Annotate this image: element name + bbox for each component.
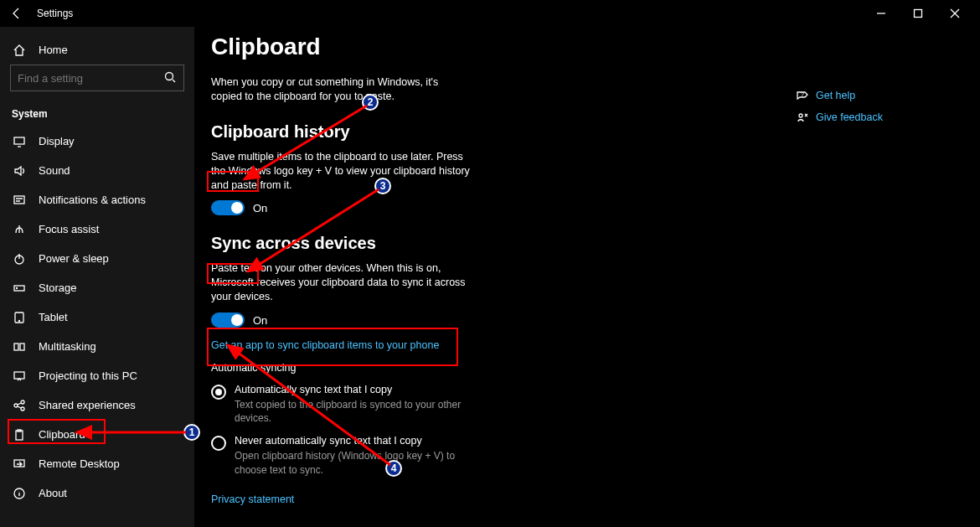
sidebar-home-label: Home xyxy=(39,44,68,56)
feedback-icon xyxy=(796,111,809,124)
sound-icon xyxy=(12,163,27,178)
sidebar-item-shared-experiences[interactable]: Shared experiences xyxy=(0,390,194,420)
sidebar-item-remote-desktop[interactable]: Remote Desktop xyxy=(0,449,194,478)
sidebar-item-label: Shared experiences xyxy=(39,399,136,411)
sidebar-item-notifications[interactable]: Notifications & actions xyxy=(0,185,194,214)
svg-point-20 xyxy=(799,114,802,117)
projecting-icon xyxy=(12,369,27,384)
give-feedback-link[interactable]: Give feedback xyxy=(796,111,913,124)
storage-icon xyxy=(12,281,27,296)
svg-rect-15 xyxy=(16,431,23,440)
help-icon: ? xyxy=(796,89,809,102)
about-icon xyxy=(12,486,27,501)
sync-desc: Paste text on your other devices. When t… xyxy=(211,261,471,304)
search-icon xyxy=(163,70,177,86)
multitasking-icon xyxy=(12,339,27,354)
shared-icon xyxy=(12,398,27,413)
sidebar-item-tablet[interactable]: Tablet xyxy=(0,302,194,332)
titlebar: Settings xyxy=(0,0,980,27)
radio-icon xyxy=(211,436,226,451)
radio-label: Never automatically sync text that I cop… xyxy=(235,435,486,447)
sidebar-item-display[interactable]: Display xyxy=(0,127,194,156)
sidebar-item-label: Display xyxy=(39,135,75,147)
clipboard-icon xyxy=(12,427,27,442)
sidebar-item-label: Focus assist xyxy=(39,223,99,235)
maximize-button[interactable] xyxy=(900,0,936,27)
radio-desc: Open clipboard history (Windows logo key… xyxy=(235,449,486,476)
power-icon xyxy=(12,251,27,266)
sidebar-item-storage[interactable]: Storage xyxy=(0,273,194,302)
svg-rect-2 xyxy=(14,137,24,144)
home-icon xyxy=(12,43,27,58)
sync-toggle-state: On xyxy=(253,314,267,327)
sidebar-item-focus-assist[interactable]: Focus assist xyxy=(0,214,194,244)
close-button[interactable] xyxy=(936,0,973,27)
svg-point-1 xyxy=(166,72,173,80)
history-toggle-state: On xyxy=(253,202,267,214)
sidebar-item-label: Notifications & actions xyxy=(39,194,146,206)
svg-point-8 xyxy=(19,320,20,321)
svg-point-6 xyxy=(17,287,18,288)
sidebar-item-label: Storage xyxy=(39,282,77,294)
sidebar-item-label: Remote Desktop xyxy=(39,457,120,470)
auto-sync-label: Automatic syncing xyxy=(211,362,980,374)
svg-rect-0 xyxy=(915,10,922,18)
svg-text:?: ? xyxy=(801,91,804,97)
sidebar-item-multitasking[interactable]: Multitasking xyxy=(0,332,194,361)
sidebar-item-label: Sound xyxy=(39,164,70,177)
remote-desktop-icon xyxy=(12,457,27,472)
svg-rect-5 xyxy=(14,286,24,291)
sidebar-item-power-sleep[interactable]: Power & sleep xyxy=(0,244,194,273)
radio-desc: Text copied to the clipboard is synced t… xyxy=(235,398,486,425)
sidebar: Home System Display Sound Notifications … xyxy=(0,27,194,527)
tablet-icon xyxy=(12,310,27,325)
sidebar-item-projecting[interactable]: Projecting to this PC xyxy=(0,361,194,390)
svg-rect-17 xyxy=(14,460,24,467)
radio-never-sync[interactable]: Never automatically sync text that I cop… xyxy=(211,430,980,481)
sidebar-item-label: Multitasking xyxy=(39,340,96,353)
svg-rect-11 xyxy=(14,372,24,379)
get-help-label: Get help xyxy=(816,90,855,101)
give-feedback-label: Give feedback xyxy=(816,111,883,123)
sidebar-home[interactable]: Home xyxy=(0,35,194,65)
sync-toggle[interactable] xyxy=(211,313,245,328)
sidebar-item-sound[interactable]: Sound xyxy=(0,156,194,185)
content-pane: Clipboard When you copy or cut something… xyxy=(194,27,980,527)
sidebar-item-about[interactable]: About xyxy=(0,478,194,508)
radio-auto-sync[interactable]: Automatically sync text that I copy Text… xyxy=(211,379,980,430)
right-column: ? Get help Give feedback xyxy=(796,89,913,132)
sync-heading: Sync across devices xyxy=(211,234,980,253)
page-title: Clipboard xyxy=(211,34,980,60)
svg-point-12 xyxy=(14,404,18,407)
svg-rect-3 xyxy=(14,196,24,204)
privacy-link[interactable]: Privacy statement xyxy=(211,493,294,505)
sidebar-item-label: About xyxy=(39,487,67,499)
svg-point-14 xyxy=(21,407,24,411)
sync-app-link[interactable]: Get an app to sync clipboard items to yo… xyxy=(211,339,439,351)
focus-assist-icon xyxy=(12,222,27,237)
window-title: Settings xyxy=(37,8,73,19)
radio-label: Automatically sync text that I copy xyxy=(235,384,486,395)
search-input[interactable] xyxy=(18,72,163,85)
minimize-button[interactable] xyxy=(863,0,900,27)
sidebar-item-label: Power & sleep xyxy=(39,252,109,265)
search-input-wrap[interactable] xyxy=(10,65,184,91)
history-toggle[interactable] xyxy=(211,200,245,215)
sidebar-item-clipboard[interactable]: Clipboard xyxy=(0,420,194,449)
notifications-icon xyxy=(12,193,27,208)
back-button[interactable] xyxy=(7,3,27,23)
svg-rect-10 xyxy=(20,344,24,350)
sidebar-item-label: Clipboard xyxy=(39,428,85,441)
radio-icon xyxy=(211,385,226,400)
history-desc: Save multiple items to the clipboard to … xyxy=(211,150,471,193)
display-icon xyxy=(12,134,27,149)
svg-point-13 xyxy=(21,400,24,404)
sidebar-item-label: Tablet xyxy=(39,311,68,323)
page-intro: When you copy or cut something in Window… xyxy=(211,75,471,104)
sidebar-section-label: System xyxy=(0,98,194,127)
get-help-link[interactable]: ? Get help xyxy=(796,89,913,102)
sidebar-item-label: Projecting to this PC xyxy=(39,369,137,382)
svg-rect-9 xyxy=(14,344,18,350)
